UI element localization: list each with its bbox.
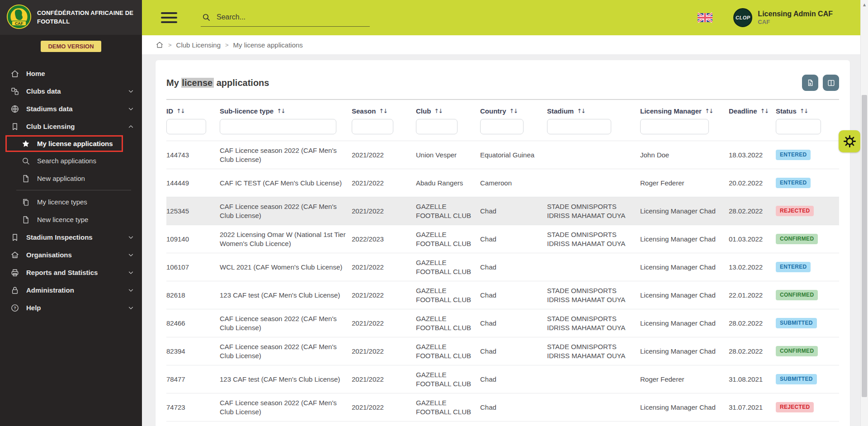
column-header-status[interactable]: Status↑↓ — [776, 107, 839, 115]
table-row[interactable]: 74723CAF Licence season 2022 (CAF Men's … — [166, 393, 839, 421]
column-label: Sub-licence type — [220, 107, 274, 115]
sidebar-item-clubs-data[interactable]: Clubs data — [0, 82, 142, 100]
cell-stadium: STADE OMNISPORTS IDRISS MAHAMAT OUYA — [547, 226, 640, 252]
chevron-down-icon[interactable] — [127, 233, 135, 241]
table-row[interactable]: 78477123 CAF test (CAF Men's Club Licens… — [166, 365, 839, 393]
sort-arrows-icon[interactable]: ↑↓ — [760, 108, 769, 114]
cell-country: Chad — [480, 287, 547, 304]
table-row[interactable]: 82466CAF Licence season 2022 (CAF Men's … — [166, 309, 839, 337]
cell-type: 123 CAF test (CAF Men's Club License) — [220, 371, 352, 388]
column-header-season[interactable]: Season↑↓ — [352, 107, 416, 115]
scrollbar-up-arrow[interactable]: ▲ — [861, 0, 868, 9]
column-header-country[interactable]: Country↑↓ — [480, 107, 547, 115]
filter-manager-input[interactable] — [640, 119, 709, 134]
cell-manager: Roger Federer — [640, 175, 729, 192]
status-badge: SUBMITTED — [776, 374, 817, 385]
sidebar-item-my-license-applications[interactable]: My license applications — [5, 135, 123, 152]
search-input[interactable] — [217, 13, 369, 21]
sort-arrows-icon[interactable]: ↑↓ — [434, 108, 442, 114]
sort-arrows-icon[interactable]: ↑↓ — [509, 108, 518, 114]
cell-type: 123 CAF test (CAF Men's Club License) — [220, 287, 352, 304]
filter-type-input[interactable] — [220, 119, 336, 134]
sidebar-item-organisations[interactable]: Organisations — [0, 246, 142, 264]
table-row[interactable]: 1091402022 Licensing Omar W (National 1s… — [166, 225, 839, 253]
cell-deadline: 28.02.2022 — [729, 203, 776, 220]
export-excel-button[interactable] — [802, 75, 818, 91]
chevron-down-icon[interactable] — [127, 87, 135, 95]
filter-stadium-input[interactable] — [547, 119, 611, 134]
table-body: 144743CAF Licence season 2022 (CAF Men's… — [166, 141, 839, 421]
table-row[interactable]: 144449CAF IC TEST (CAF Men's Club Licens… — [166, 169, 839, 197]
sidebar-item-help[interactable]: ?Help — [0, 299, 142, 317]
breadcrumb: > Club Licensing > My license applicatio… — [142, 35, 860, 54]
column-header-manager[interactable]: Licensing Manager↑↓ — [640, 107, 729, 115]
sidebar-item-label: Clubs data — [26, 87, 61, 95]
filter-cell-club — [416, 119, 480, 134]
lock-icon — [10, 285, 20, 295]
breadcrumb-my-license-applications[interactable]: My license applications — [233, 41, 303, 49]
chevron-down-icon[interactable] — [127, 286, 135, 294]
filter-status-input[interactable] — [776, 119, 821, 134]
table-row[interactable]: 106107WCL 2021 (CAF Women's Club License… — [166, 253, 839, 281]
table-row[interactable]: 144743CAF Licence season 2022 (CAF Men's… — [166, 141, 839, 169]
sort-arrows-icon[interactable]: ↑↓ — [277, 108, 285, 114]
cell-club: GAZELLE FOOTBALL CLUB — [416, 254, 480, 280]
chevron-down-icon[interactable] — [127, 251, 135, 259]
sidebar-item-search-applications[interactable]: Search applications — [0, 152, 142, 170]
sidebar-item-reports-and-statistics[interactable]: Reports and Statistics — [0, 264, 142, 281]
cell-type: WCL 2021 (CAF Women's Club License) — [220, 259, 352, 276]
sidebar-item-new-application[interactable]: New application — [0, 170, 142, 187]
sort-arrows-icon[interactable]: ↑↓ — [379, 108, 387, 114]
settings-gear-button[interactable] — [839, 130, 860, 152]
filter-club-input[interactable] — [416, 119, 458, 134]
table-row[interactable]: 125345CAF Licence season 2022 (CAF Men's… — [166, 197, 839, 225]
filter-id-input[interactable] — [166, 119, 206, 134]
file-icon — [21, 174, 31, 184]
cell-deadline: 31.07.2021 — [729, 399, 776, 416]
hamburger-menu-icon[interactable] — [161, 12, 177, 23]
chevron-up-icon[interactable] — [127, 123, 135, 130]
home-icon[interactable] — [156, 41, 164, 49]
sidebar-item-club-licensing[interactable]: Club Licensing — [0, 118, 142, 135]
chevron-down-icon[interactable] — [127, 304, 135, 312]
vertical-scrollbar[interactable]: ▲ — [860, 0, 868, 426]
column-header-id[interactable]: ID↑↓ — [166, 107, 220, 115]
sort-arrows-icon[interactable]: ↑↓ — [577, 108, 585, 114]
table-row[interactable]: 82394CAF Licence season 2022 (CAF Men's … — [166, 337, 839, 365]
cell-status: CONFIRMED — [776, 342, 839, 361]
filter-season-input[interactable] — [352, 119, 393, 134]
scrollbar-thumb[interactable] — [862, 95, 867, 397]
user-name: Licensing Admin CAF — [758, 9, 833, 19]
column-header-type[interactable]: Sub-licence type↑↓ — [220, 107, 352, 115]
column-label: Country — [480, 107, 506, 115]
cell-country: Chad — [480, 399, 547, 416]
column-header-stadium[interactable]: Stadium↑↓ — [547, 107, 640, 115]
sort-arrows-icon[interactable]: ↑↓ — [800, 108, 808, 114]
chevron-down-icon[interactable] — [127, 105, 135, 113]
user-menu[interactable]: Licensing Admin CAF CAF — [758, 9, 833, 26]
user-avatar[interactable]: CLOP — [733, 8, 752, 27]
sidebar-item-stadiums-data[interactable]: Stadiums data — [0, 100, 142, 118]
search-icon — [202, 13, 211, 22]
sidebar-item-label: Stadiums data — [26, 105, 73, 113]
sidebar-item-home[interactable]: Home — [0, 65, 142, 82]
filter-cell-stadium — [547, 119, 640, 134]
table-row[interactable]: 82618123 CAF test (CAF Men's Club Licens… — [166, 281, 839, 309]
sidebar-item-my-licence-types[interactable]: My licence types — [0, 193, 142, 211]
status-badge: CONFIRMED — [776, 346, 818, 357]
sidebar-nav: HomeClubs dataStadiums dataClub Licensin… — [0, 65, 142, 317]
chevron-down-icon[interactable] — [127, 269, 135, 276]
sidebar-item-new-licence-type[interactable]: New licence type — [0, 211, 142, 228]
filter-country-input[interactable] — [480, 119, 524, 134]
sort-arrows-icon[interactable]: ↑↓ — [705, 108, 713, 114]
toggle-columns-button[interactable] — [823, 75, 839, 91]
language-flag-uk[interactable] — [698, 12, 712, 23]
column-header-club[interactable]: Club↑↓ — [416, 107, 480, 115]
column-header-deadline[interactable]: Deadline↑↓ — [729, 107, 776, 115]
sidebar-item-stadium-inspections[interactable]: Stadium Inspections — [0, 228, 142, 246]
breadcrumb-club-licensing[interactable]: Club Licensing — [176, 41, 221, 49]
column-label: Status — [776, 107, 797, 115]
filter-cell-deadline — [729, 119, 776, 134]
sidebar-item-administration[interactable]: Administration — [0, 281, 142, 299]
sort-arrows-icon[interactable]: ↑↓ — [176, 108, 184, 114]
